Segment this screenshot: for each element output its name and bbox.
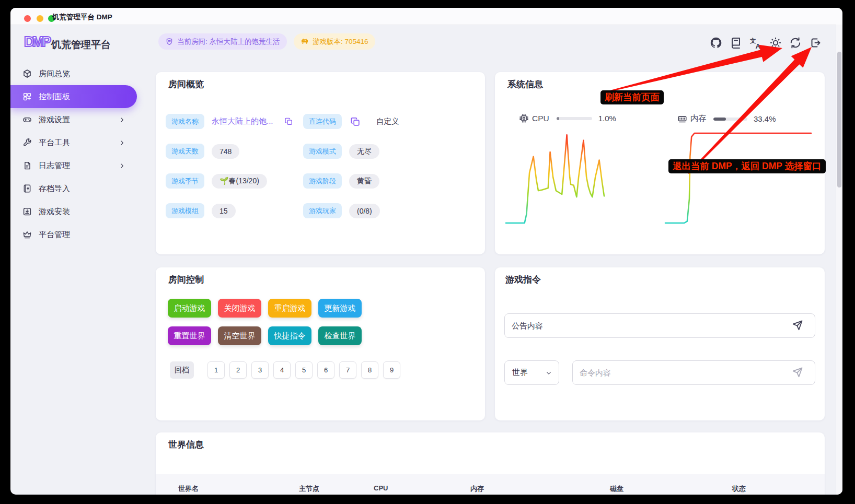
overview-field-3: 游戏模式无尽 [303, 144, 475, 159]
control-button-7[interactable]: 检查世界 [318, 326, 362, 345]
control-button-6[interactable]: 快捷指令 [268, 326, 311, 345]
chevron-right-icon [119, 139, 125, 146]
send-announcement-button[interactable] [792, 320, 803, 331]
room-control-title: 房间控制 [168, 274, 204, 286]
sidebar-item-1[interactable]: 控制面板 [10, 85, 137, 108]
book-icon [730, 37, 742, 49]
room-control-card: 房间控制 启动游戏关闭游戏重启游戏更新游戏 重置世界清空世界快捷指令检查世界 回… [156, 267, 485, 420]
rollback-slot-2[interactable]: 2 [229, 361, 247, 379]
control-button-4[interactable]: 重置世界 [168, 326, 211, 345]
world-table-column-3: 内存 [470, 484, 484, 494]
chevron-right-icon [119, 116, 125, 123]
sidebar-item-5[interactable]: 存档导入 [10, 177, 137, 200]
world-table-column-0: 世界名 [178, 484, 199, 494]
refresh-annotation-label: 刷新当前页面 [600, 90, 664, 104]
cpu-history-line [506, 135, 604, 223]
field-label: 游戏玩家 [303, 203, 342, 218]
cpu-value: 1.0% [598, 114, 616, 123]
sidebar-item-3[interactable]: 平台工具 [10, 131, 137, 154]
rollback-slot-5[interactable]: 5 [295, 361, 313, 379]
memory-label: 内存 [690, 113, 707, 124]
sidebar-item-label: 房间总览 [39, 69, 70, 79]
connect-code-value: 自定义 [376, 116, 399, 126]
world-info-title: 世界信息 [168, 439, 204, 451]
rollback-slot-8[interactable]: 8 [361, 361, 378, 379]
sidebar-item-7[interactable]: 平台管理 [10, 223, 137, 246]
memory-ram-icon [677, 114, 687, 124]
field-value-pill: 748 [212, 144, 239, 159]
theme-button[interactable] [769, 37, 782, 49]
sidebar-item-label: 平台管理 [39, 230, 70, 240]
translate-icon: 文A [749, 37, 762, 49]
control-button-1[interactable]: 关闭游戏 [218, 299, 261, 318]
sidebar-item-2[interactable]: 游戏设置 [10, 108, 137, 131]
sidebar-item-4[interactable]: 日志管理 [10, 154, 137, 177]
field-value-pill: (0/8) [349, 204, 380, 218]
rollback-button[interactable]: 回档 [170, 361, 194, 379]
overview-field-2: 游戏天数748 [166, 144, 303, 159]
send-command-button[interactable] [792, 367, 803, 378]
control-button-2[interactable]: 重启游戏 [268, 299, 311, 318]
memory-value: 33.4% [754, 114, 776, 123]
command-input[interactable] [572, 360, 815, 385]
sidebar-item-0[interactable]: 房间总览 [10, 62, 137, 85]
rollback-slot-4[interactable]: 4 [273, 361, 291, 379]
overview-field-4: 游戏季节🌱春(13/20) [166, 173, 303, 189]
copy-icon[interactable] [350, 116, 361, 127]
crown-icon [22, 230, 32, 239]
shield-icon [165, 38, 174, 46]
control-button-0[interactable]: 启动游戏 [168, 299, 211, 318]
sidebar-item-label: 平台工具 [39, 138, 70, 148]
refresh-button[interactable] [789, 37, 802, 49]
control-button-5[interactable]: 清空世界 [218, 326, 261, 345]
close-window-button[interactable] [24, 15, 31, 22]
world-table-column-2: CPU [374, 484, 388, 492]
game-version-badge: 游戏版本: 705416 [294, 33, 375, 50]
control-button-3[interactable]: 更新游戏 [318, 299, 362, 318]
world-select[interactable]: 世界 [504, 360, 559, 385]
github-button[interactable] [710, 37, 722, 49]
invader-icon [301, 38, 309, 46]
rollback-slot-3[interactable]: 3 [251, 361, 269, 379]
sidebar-nav: 房间总览控制面板游戏设置平台工具日志管理存档导入游戏安装平台管理 [10, 62, 137, 246]
game-version-label: 游戏版本: 705416 [313, 37, 368, 46]
overview-field-6: 游戏模组15 [166, 203, 303, 218]
logout-button[interactable] [809, 37, 822, 49]
log-icon [22, 161, 32, 170]
world-table-column-5: 状态 [732, 484, 746, 494]
svg-text:A: A [756, 42, 761, 50]
cpu-label: CPU [532, 114, 549, 123]
world-table-column-4: 磁盘 [610, 484, 623, 494]
world-table-column-1: 主节点 [299, 484, 319, 494]
rollback-slot-7[interactable]: 7 [339, 361, 356, 379]
app-window: 饥荒管理平台 DMP DMP 饥荒管理平台 当前房间: 永恒大陆上的饱荒生活 游… [10, 8, 842, 495]
paper-plane-icon [792, 320, 803, 331]
paper-plane-icon [792, 367, 803, 378]
current-room-badge: 当前房间: 永恒大陆上的饱荒生活 [158, 33, 287, 50]
book-button[interactable] [730, 37, 742, 49]
announcement-input[interactable] [504, 313, 815, 338]
chevron-down-icon [545, 369, 552, 377]
field-label: 游戏天数 [166, 144, 204, 159]
dashboard-icon [22, 92, 32, 101]
sidebar-item-6[interactable]: 游戏安装 [10, 200, 137, 223]
room-overview-card: 房间概览 游戏名称永恒大陆上的饱...直连代码自定义游戏天数748游戏模式无尽游… [156, 72, 485, 254]
minimize-window-button[interactable] [37, 15, 43, 22]
field-value-pill: 🌱春(13/20) [212, 174, 267, 189]
window-title: 饥荒管理平台 DMP [52, 13, 112, 22]
rollback-slot-6[interactable]: 6 [317, 361, 334, 379]
world-info-card: 世界信息 世界名主节点CPU内存磁盘状态 [156, 432, 825, 495]
field-label: 游戏名称 [166, 114, 204, 129]
overview-field-0: 游戏名称永恒大陆上的饱... [166, 114, 303, 129]
scrollbar-track [836, 25, 842, 495]
copy-icon[interactable] [284, 117, 293, 126]
scrollbar-thumb[interactable] [837, 52, 841, 187]
install-icon [22, 207, 32, 216]
rollback-slot-9[interactable]: 9 [383, 361, 400, 379]
app-title: 饥荒管理平台 [51, 38, 111, 52]
rollback-slot-1[interactable]: 1 [207, 361, 225, 379]
github-icon [710, 37, 722, 49]
translate-button[interactable]: 文A [749, 37, 762, 49]
field-label: 游戏模式 [303, 144, 342, 159]
sidebar-item-label: 游戏设置 [39, 115, 70, 125]
